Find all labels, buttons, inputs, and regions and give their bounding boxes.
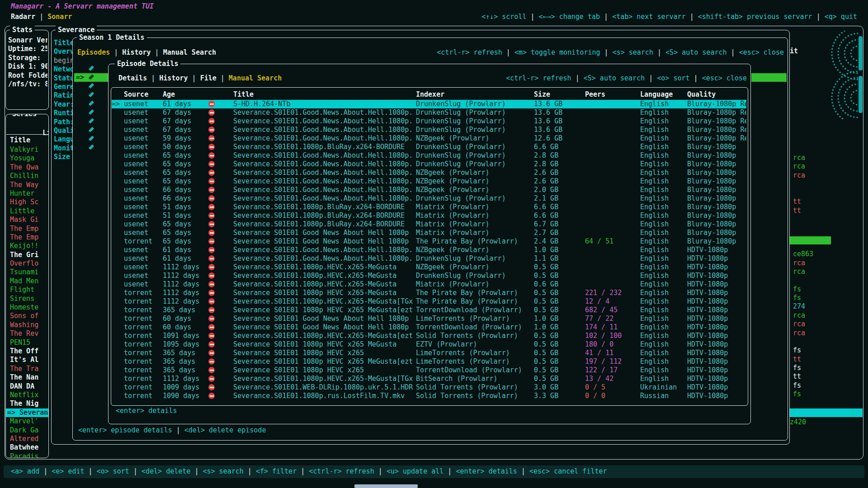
release-row[interactable]: torrent1090 daysSeverance.S01E01.1080p.r…	[112, 392, 746, 400]
scrollbar-thumb[interactable]	[859, 36, 863, 70]
series-item-little[interactable]: Little	[6, 207, 48, 216]
release-row[interactable]: torrent1112 daysSeverance.S01E01.1080p.H…	[112, 297, 746, 306]
release-title: Severance.S01E01.Good.News.About.Hell.10…	[233, 177, 416, 186]
series-item-dan-da[interactable]: DAN DA	[6, 382, 48, 391]
release-row[interactable]: torrent1112 daysSeverance.S01E01.1080p.H…	[112, 375, 746, 383]
release-row[interactable]: usenet65 daysSeverance.S01E01.Good.News.…	[112, 160, 746, 169]
series-item-the-way[interactable]: The Way	[6, 181, 48, 189]
season-tab-episodes[interactable]: Episodes	[77, 48, 110, 56]
series-item-washing[interactable]: Washing	[6, 321, 48, 329]
release-source: usenet	[124, 169, 163, 177]
series-item-dark-ga[interactable]: Dark Ga	[6, 426, 48, 435]
release-row[interactable]: torrent65 daysSeverance S01E01 Good News…	[112, 237, 746, 246]
series-item-the-nig[interactable]: The Nig	[6, 399, 48, 408]
release-row[interactable]: torrent365 daysSeverance S01E01 1080p HE…	[112, 306, 746, 314]
series-item-sons-of[interactable]: Sons of	[6, 312, 48, 320]
release-peers	[585, 177, 640, 186]
episode-tab-file[interactable]: File	[200, 74, 217, 82]
release-row[interactable]: usenet66 daysSeverance.S01E01.Good.News.…	[112, 186, 746, 194]
series-item-valkyri[interactable]: Valkyri	[6, 145, 48, 154]
series-item-paradis[interactable]: Paradis	[6, 452, 48, 458]
series-item-chillin[interactable]: Chillin	[6, 172, 48, 180]
release-row[interactable]: torrent1009 daysSeverance.S01E01.WEB-DLR…	[112, 383, 746, 392]
series-item-flight[interactable]: Flight	[6, 286, 48, 294]
release-row[interactable]: usenet1112 daysSeverance.S01E01.1080p.HE…	[112, 280, 746, 289]
release-row[interactable]: usenet67 daysSeverance.S01E01.Good.News.…	[112, 108, 746, 117]
series-item-homeste[interactable]: Homeste	[6, 303, 48, 312]
release-row[interactable]: torrent365 daysSeverance S01E01 1080p HE…	[112, 349, 746, 357]
release-row[interactable]: usenet1112 daysSeverance.S01E01.1080p.HE…	[112, 263, 746, 272]
release-quality: HDTV-1080p	[687, 297, 746, 306]
series-item-the-qwa[interactable]: The Qwa	[6, 163, 48, 172]
release-row[interactable]: usenet50 daysSeverance.S01E01.1080p.BluR…	[112, 143, 746, 151]
release-row[interactable]: usenet65 daysSeverance.S01E01.Good.News.…	[112, 151, 746, 160]
release-row[interactable]: usenet65 daysSeverance.S01E01.1080p.BluR…	[112, 220, 746, 229]
series-item-altered[interactable]: Altered	[6, 435, 48, 443]
release-peers: 102 / 100	[585, 332, 640, 340]
episode-modal-title: Episode Details	[115, 60, 180, 68]
release-row[interactable]: torrent1095 daysSeverance S01E01 1080p H…	[112, 340, 746, 349]
season-tab-history[interactable]: History	[122, 48, 151, 56]
selected-episode-row-fragment[interactable]	[751, 73, 787, 82]
release-title: Severance.S01E01.1080p.HEVC.x265-MeGusta	[233, 263, 416, 272]
episode-tab-history[interactable]: History	[159, 74, 188, 82]
release-indexer: Solid Torrents (Prowlarr)	[416, 383, 534, 392]
release-indexer: Miatrix (Prowlarr)	[416, 229, 534, 237]
tab-separator: |	[110, 48, 122, 56]
series-item-the-rev[interactable]: The Rev	[6, 329, 48, 338]
series-item-high-sc[interactable]: High Sc	[6, 198, 48, 206]
background-text-fragment: tt	[793, 206, 801, 215]
release-title: Severance.S01E01.1080p.HEVC.x265-MeGusta…	[233, 332, 416, 340]
release-row[interactable]: torrent60 daysSeverance S01E01 Good News…	[112, 314, 746, 323]
release-row[interactable]: usenet66 daysSeverance.S01E01.Good.News.…	[112, 194, 746, 203]
series-item-sirens[interactable]: Sirens	[6, 295, 48, 303]
season-tab-manual-search[interactable]: Manual Search	[163, 48, 216, 56]
series-item-mask-gi[interactable]: Mask Gi	[6, 216, 48, 224]
series-item-severan[interactable]: => Severan	[6, 408, 48, 417]
series-item-marvel-[interactable]: Marvel'	[6, 417, 48, 426]
release-row[interactable]: usenet65 daysSeverance.S01E01.Good.News.…	[112, 177, 746, 186]
release-row[interactable]: usenet59 daysSeverance.S01E01.Good.News.…	[112, 134, 746, 143]
release-row[interactable]: torrent60 daysSeverance S01E01 Good News…	[112, 323, 746, 332]
keybind-hint: <esc> close	[739, 48, 784, 56]
release-row[interactable]: usenet65 daysSeverance.S01E01.Good.News.…	[112, 169, 746, 177]
series-item-batwhee[interactable]: Batwhee	[6, 443, 48, 452]
release-row[interactable]: torrent365 daysSeverance S01E01 1080p HE…	[112, 366, 746, 375]
series-item-the-tra[interactable]: The Tra	[6, 365, 48, 373]
servarr-tab-sonarr[interactable]: Sonarr	[47, 13, 72, 21]
series-column-header: Title	[6, 136, 30, 145]
series-item-the-gri[interactable]: The Gri	[6, 251, 48, 259]
series-item-hunter[interactable]: Hunter	[6, 189, 48, 198]
series-item-pen15[interactable]: PEN15	[6, 338, 48, 347]
episode-tab-manual-search[interactable]: Manual Search	[229, 74, 282, 82]
series-item-overflo[interactable]: Overflo	[6, 259, 48, 268]
release-age: 1091 days	[163, 332, 208, 340]
release-row[interactable]: torrent365 daysSeverance S01E01 1080p HE…	[112, 357, 746, 366]
series-item-mad-men[interactable]: Mad Men	[6, 277, 48, 286]
series-item-the-emp[interactable]: The Emp	[6, 225, 48, 233]
series-item-the-emp[interactable]: The Emp	[6, 233, 48, 242]
series-item-it-s-al[interactable]: It's Al	[6, 356, 48, 364]
series-item-yosuga[interactable]: Yosuga	[6, 154, 48, 163]
series-item-netflix[interactable]: Netflix	[6, 391, 48, 399]
series-item-keijo-[interactable]: Keijo!!	[6, 242, 48, 250]
release-row[interactable]: usenet51 daysSeverance.S01E01.1080p.BluR…	[112, 211, 746, 220]
release-row[interactable]: usenet1112 daysSeverance.S01E01.1080p.HE…	[112, 272, 746, 280]
release-row[interactable]: usenet67 daysSeverance.S01E01.Good.News.…	[112, 126, 746, 134]
release-row[interactable]: usenet67 daysSeverance.S01E01.Good.News.…	[112, 117, 746, 126]
series-item-tsunami[interactable]: Tsunami	[6, 268, 48, 277]
release-row[interactable]: usenet61 daysSeverance.S01E01.Good.News.…	[112, 246, 746, 254]
release-row[interactable]: usenet51 daysSeverance.S01E01.1080p.BluR…	[112, 203, 746, 211]
release-row[interactable]: =>usenet61 daysS-HD.H.264-NTbDrunkenSlug…	[112, 100, 746, 108]
episode-tab-details[interactable]: Details	[118, 74, 147, 82]
release-row[interactable]: usenet61 daysSeverance.S01E01.Good.News.…	[112, 254, 746, 263]
release-row[interactable]: usenet65 daysSeverance S01E01 Good News …	[112, 229, 746, 237]
series-item-the-off[interactable]: The Off	[6, 347, 48, 356]
release-title: Severance.S01E01.1080p.HEVC.x265-MeGusta…	[233, 375, 416, 383]
background-text-fragment: fs	[793, 346, 801, 355]
release-row[interactable]: torrent1091 daysSeverance.S01E01.1080p.H…	[112, 332, 746, 340]
series-item-the-nan[interactable]: The Nan	[6, 373, 48, 382]
servarr-tab-radarr[interactable]: Radarr	[11, 13, 35, 21]
scrollbar-thumb[interactable]	[859, 76, 863, 113]
release-row[interactable]: torrent1112 daysSeverance S01E01 1080p H…	[112, 289, 746, 297]
